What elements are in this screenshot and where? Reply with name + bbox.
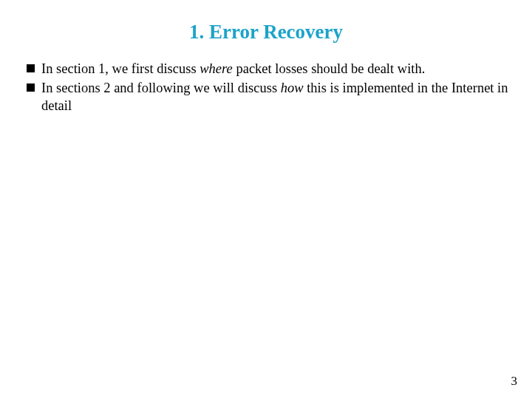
slide-title: 1. Error Recovery <box>22 21 510 44</box>
bullet-square-icon <box>27 64 35 72</box>
list-item: In section 1, we first discuss where pac… <box>27 60 510 78</box>
text-pre: In section 1, we first discuss <box>41 61 200 76</box>
text-pre: In sections 2 and following we will disc… <box>41 81 281 95</box>
bullet-text: In section 1, we first discuss where pac… <box>41 60 510 78</box>
slide: 1. Error Recovery In section 1, we first… <box>0 0 532 399</box>
text-post: packet losses should be dealt with. <box>233 61 426 76</box>
bullet-square-icon <box>27 83 35 92</box>
bullet-list: In section 1, we first discuss where pac… <box>22 60 510 115</box>
page-number: 3 <box>511 374 518 389</box>
text-em: how <box>281 81 304 95</box>
bullet-text: In sections 2 and following we will disc… <box>41 79 510 115</box>
text-em: where <box>200 61 233 76</box>
list-item: In sections 2 and following we will disc… <box>27 79 510 115</box>
